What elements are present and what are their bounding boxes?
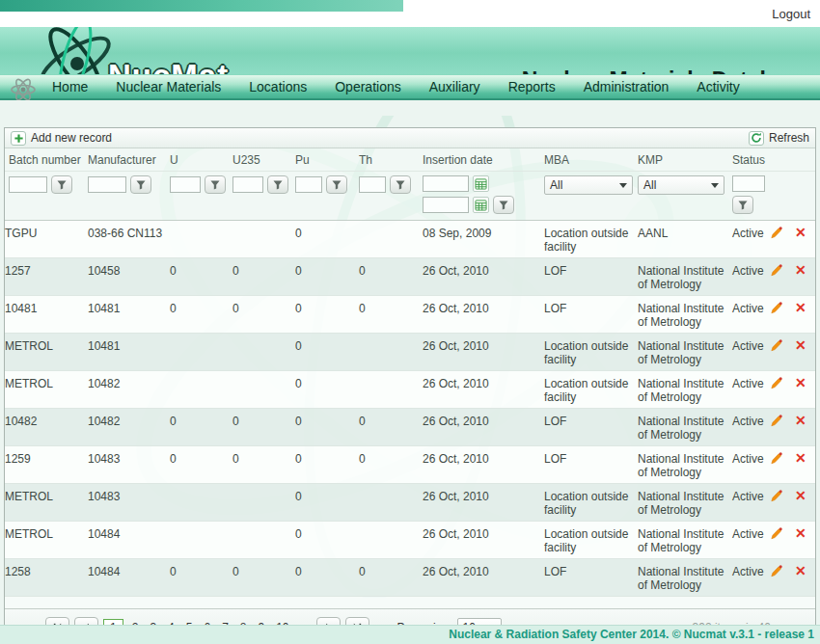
- th-filter-funnel-icon[interactable]: [390, 175, 411, 194]
- delete-x-icon[interactable]: ✕: [795, 489, 806, 502]
- table-row[interactable]: 10482 10482 0 0 0 0 26 Oct, 2010 LOF Nat…: [5, 409, 815, 446]
- column-header-batch[interactable]: Batch number: [5, 153, 88, 167]
- edit-pencil-icon[interactable]: [769, 414, 783, 428]
- cell-kmp: National Institute of Metrology: [638, 258, 732, 295]
- u235-filter-funnel-icon[interactable]: [267, 175, 288, 194]
- cell-kmp: National Institute of Metrology: [638, 334, 732, 370]
- date-from-filter-input[interactable]: [423, 175, 469, 192]
- cell-pu: 0: [295, 559, 359, 596]
- edit-pencil-icon[interactable]: [769, 338, 783, 353]
- cell-th: [359, 522, 423, 558]
- cell-u: [170, 522, 232, 558]
- table-row[interactable]: 1257 10458 0 0 0 0 26 Oct, 2010 LOF Nati…: [5, 258, 815, 296]
- table-row[interactable]: 1258 10484 0 0 0 0 26 Oct, 2010 LOF Nati…: [5, 559, 815, 597]
- cell-status: Active: [732, 334, 769, 370]
- status-filter-funnel-icon[interactable]: [732, 196, 753, 214]
- cell-u: [170, 221, 232, 257]
- manufacturer-filter-input[interactable]: [88, 176, 126, 193]
- nav-item-activity[interactable]: Activity: [697, 79, 739, 94]
- cell-insertion-date: 26 Oct, 2010: [423, 258, 544, 295]
- nav-item-home[interactable]: Home: [52, 79, 88, 94]
- column-header-pu[interactable]: Pu: [295, 153, 359, 167]
- date-to-filter-input[interactable]: [423, 197, 469, 213]
- table-row[interactable]: 10481 10481 0 0 0 0 26 Oct, 2010 LOF Nat…: [5, 296, 815, 334]
- nav-item-auxiliary[interactable]: Auxiliary: [429, 79, 480, 94]
- cell-u235: [232, 221, 295, 257]
- column-header-status[interactable]: Status: [732, 153, 769, 167]
- status-filter-input[interactable]: [732, 175, 765, 192]
- cell-insertion-date: 26 Oct, 2010: [423, 559, 544, 596]
- column-header-insertion-date[interactable]: Insertion date: [423, 153, 544, 167]
- atom-nav-icon: [9, 78, 38, 101]
- mba-filter-value: All: [550, 178, 562, 192]
- cell-actions: ✕: [769, 522, 815, 558]
- logout-link[interactable]: Logout: [772, 7, 810, 21]
- edit-pencil-icon[interactable]: [769, 263, 783, 278]
- kmp-filter-value: All: [643, 178, 656, 192]
- cell-u: [170, 334, 232, 370]
- table-row[interactable]: TGPU 038-66 CN113 0 08 Sep, 2009 Locatio…: [5, 221, 815, 258]
- delete-x-icon[interactable]: ✕: [795, 226, 806, 239]
- cell-insertion-date: 26 Oct, 2010: [423, 409, 544, 445]
- cell-pu: 0: [295, 221, 359, 257]
- edit-pencil-icon[interactable]: [769, 526, 783, 541]
- cell-th: [359, 334, 423, 370]
- column-header-manufacturer[interactable]: Manufacturer: [88, 153, 170, 167]
- cell-kmp: National Institute of Metrology: [638, 559, 732, 596]
- column-header-mba[interactable]: MBA: [544, 153, 638, 167]
- nav-item-nuclear-materials[interactable]: Nuclear Materials: [116, 79, 221, 94]
- edit-pencil-icon[interactable]: [769, 451, 783, 466]
- nav-item-locations[interactable]: Locations: [249, 79, 307, 94]
- batch-filter-input[interactable]: [9, 176, 47, 193]
- delete-x-icon[interactable]: ✕: [795, 526, 806, 540]
- cell-actions: ✕: [769, 409, 815, 445]
- main-nav: Home Nuclear Materials Locations Operati…: [0, 74, 820, 100]
- calendar-icon[interactable]: [473, 175, 489, 192]
- cell-actions: ✕: [769, 484, 815, 521]
- u-filter-input[interactable]: [170, 176, 201, 193]
- table-row[interactable]: 1259 10483 0 0 0 0 26 Oct, 2010 LOF Nati…: [5, 446, 815, 484]
- th-filter-input[interactable]: [359, 176, 386, 193]
- nav-item-reports[interactable]: Reports: [508, 79, 556, 94]
- table-row[interactable]: METROL 10481 0 26 Oct, 2010 Location out…: [5, 334, 815, 371]
- column-header-u[interactable]: U: [170, 153, 232, 167]
- delete-x-icon[interactable]: ✕: [795, 451, 806, 465]
- edit-pencil-icon[interactable]: [769, 564, 783, 578]
- date-filter-funnel-icon[interactable]: [493, 196, 514, 214]
- mba-filter-dropdown[interactable]: All: [544, 175, 633, 195]
- delete-x-icon[interactable]: ✕: [795, 263, 806, 277]
- delete-x-icon[interactable]: ✕: [795, 301, 806, 314]
- column-header-th[interactable]: Th: [359, 153, 423, 167]
- delete-x-icon[interactable]: ✕: [795, 564, 806, 577]
- kmp-filter-dropdown[interactable]: All: [638, 175, 724, 195]
- delete-x-icon[interactable]: ✕: [795, 414, 806, 427]
- table-row[interactable]: METROL 10484 0 26 Oct, 2010 Location out…: [5, 522, 815, 559]
- nav-item-operations[interactable]: Operations: [335, 79, 400, 94]
- cell-status: Active: [732, 258, 769, 295]
- u-filter-funnel-icon[interactable]: [205, 175, 226, 194]
- delete-x-icon[interactable]: ✕: [795, 338, 806, 352]
- delete-x-icon[interactable]: ✕: [795, 376, 806, 389]
- edit-pencil-icon[interactable]: [769, 489, 783, 503]
- edit-pencil-icon[interactable]: [769, 376, 783, 390]
- calendar-icon[interactable]: [473, 197, 489, 213]
- column-header-u235[interactable]: U235: [232, 153, 295, 167]
- u235-filter-input[interactable]: [232, 176, 263, 193]
- column-header-kmp[interactable]: KMP: [638, 153, 732, 167]
- table-row[interactable]: METROL 10482 0 26 Oct, 2010 Location out…: [5, 371, 815, 409]
- cell-status: Active: [732, 409, 769, 445]
- batch-filter-funnel-icon[interactable]: [51, 175, 72, 194]
- pu-filter-funnel-icon[interactable]: [326, 175, 347, 194]
- refresh-label: Refresh: [769, 131, 809, 145]
- edit-pencil-icon[interactable]: [769, 301, 783, 315]
- edit-pencil-icon[interactable]: [769, 226, 783, 240]
- cell-u: [170, 371, 232, 408]
- pu-filter-input[interactable]: [295, 176, 322, 193]
- manufacturer-filter-funnel-icon[interactable]: [130, 175, 151, 194]
- add-new-record-button[interactable]: Add new record: [11, 131, 112, 146]
- nav-item-administration[interactable]: Administration: [584, 79, 670, 94]
- cell-status: Active: [732, 296, 769, 333]
- table-row[interactable]: METROL 10483 0 26 Oct, 2010 Location out…: [5, 484, 815, 522]
- refresh-button[interactable]: Refresh: [749, 131, 809, 146]
- cell-batch-number: 1258: [5, 559, 88, 596]
